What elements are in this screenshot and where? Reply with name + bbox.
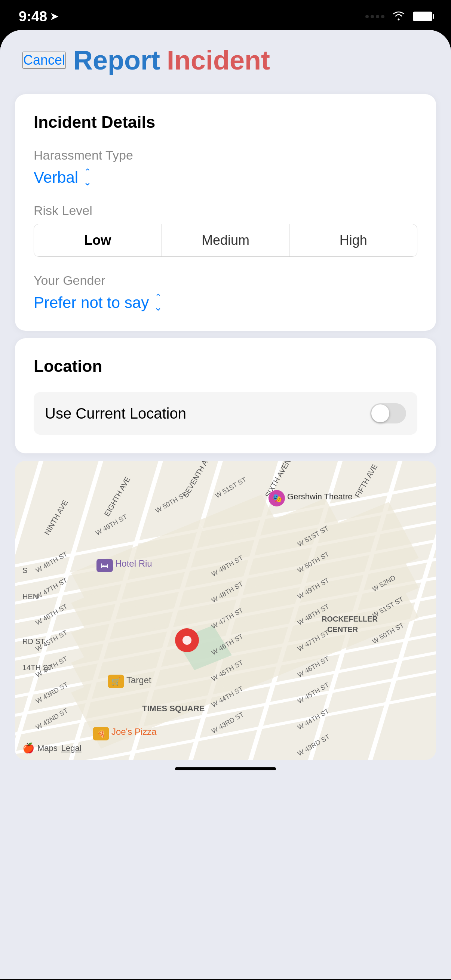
gender-chevron-icon: [154, 293, 162, 312]
status-icons: [365, 10, 432, 24]
harassment-type-label: Harassment Type: [33, 148, 418, 162]
svg-text:Gershwin Theatre: Gershwin Theatre: [287, 492, 352, 501]
svg-text:Target: Target: [126, 675, 151, 685]
map-container[interactable]: W 42ND ST W 43RD ST W 44TH ST W 45TH ST …: [15, 461, 436, 760]
gender-value: Prefer not to say: [33, 294, 149, 312]
svg-text:HEN: HEN: [22, 592, 38, 601]
app-container: Cancel Report Incident Incident Details …: [0, 30, 451, 979]
risk-level-segment: Low Medium High: [33, 224, 418, 257]
location-title: Location: [33, 357, 418, 375]
svg-text:🛏: 🛏: [101, 562, 108, 570]
title-incident: Incident: [167, 45, 270, 75]
time-display: 9:48: [19, 9, 47, 25]
maps-label: Maps: [37, 743, 57, 753]
status-time: 9:48 ➤: [19, 9, 58, 25]
location-card: Location Use Current Location: [15, 338, 436, 453]
svg-text:🎭: 🎭: [272, 493, 282, 503]
incident-details-title: Incident Details: [33, 113, 418, 132]
gender-label: Your Gender: [33, 273, 418, 288]
svg-text:S: S: [22, 566, 27, 574]
use-current-location-row: Use Current Location: [45, 392, 406, 435]
battery-icon: [413, 11, 432, 21]
cancel-button[interactable]: Cancel: [22, 52, 66, 69]
map-footer: 🍎 Maps Legal: [22, 742, 81, 754]
incident-details-card: Incident Details Harassment Type Verbal …: [15, 94, 436, 331]
risk-medium-button[interactable]: Medium: [162, 224, 290, 256]
svg-text:Joe's Pizza: Joe's Pizza: [112, 727, 157, 737]
svg-text:ROCKEFELLER: ROCKEFELLER: [322, 615, 378, 623]
signal-icon: [365, 15, 384, 18]
risk-high-button[interactable]: High: [290, 224, 417, 256]
svg-text:🍕: 🍕: [97, 729, 106, 738]
use-current-location-label: Use Current Location: [45, 405, 186, 422]
svg-point-93: [183, 636, 191, 645]
risk-low-button[interactable]: Low: [34, 224, 162, 256]
harassment-type-picker[interactable]: Verbal: [33, 168, 418, 187]
home-indicator: [175, 767, 276, 770]
wifi-icon: [391, 10, 406, 24]
svg-text:14TH ST: 14TH ST: [22, 663, 53, 671]
map-view: W 42ND ST W 43RD ST W 44TH ST W 45TH ST …: [15, 461, 436, 760]
title-report: Report: [73, 45, 160, 75]
bottom-padding: [0, 776, 451, 799]
header: Cancel Report Incident: [0, 30, 451, 87]
svg-text:TIMES SQUARE: TIMES SQUARE: [142, 704, 204, 713]
use-current-location-toggle[interactable]: [370, 403, 406, 423]
apple-maps-logo: 🍎 Maps: [22, 742, 57, 754]
apple-logo-icon: 🍎: [22, 742, 34, 754]
svg-text:🛒: 🛒: [112, 677, 121, 686]
location-arrow-icon: ➤: [50, 11, 58, 22]
harassment-type-chevron-icon: [83, 168, 92, 187]
legal-link[interactable]: Legal: [61, 743, 81, 753]
toggle-knob: [371, 404, 389, 422]
svg-text:RD ST: RD ST: [22, 637, 45, 646]
svg-text:Hotel Riu: Hotel Riu: [115, 558, 152, 568]
status-bar: 9:48 ➤: [0, 0, 451, 30]
harassment-type-value: Verbal: [33, 169, 78, 186]
svg-text:CENTER: CENTER: [327, 625, 358, 633]
gender-picker[interactable]: Prefer not to say: [33, 293, 418, 312]
page-title: Report Incident: [73, 45, 270, 75]
risk-level-label: Risk Level: [33, 203, 418, 218]
